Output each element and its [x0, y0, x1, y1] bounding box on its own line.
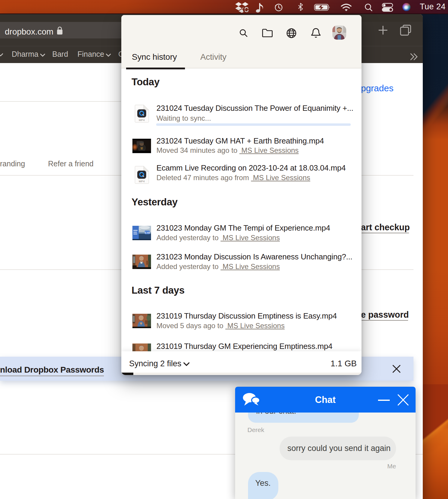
svg-text:6:49: 6:49	[145, 231, 150, 234]
